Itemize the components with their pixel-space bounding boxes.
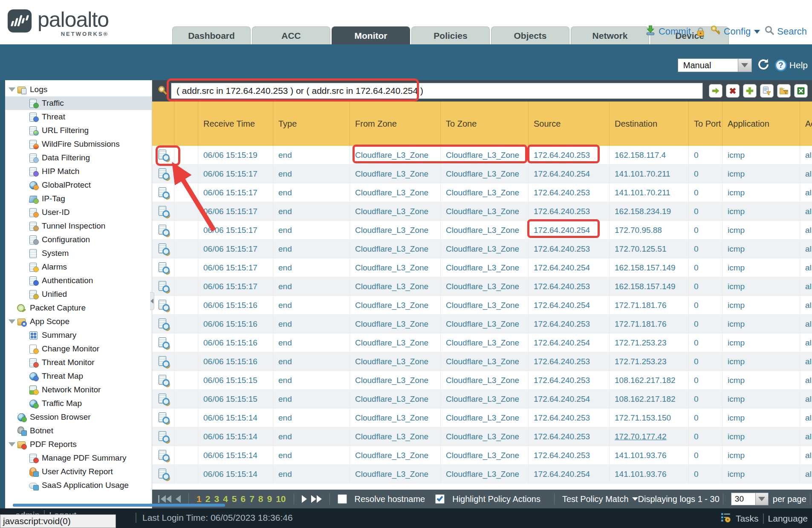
expander-icon[interactable] (9, 87, 15, 92)
column-header-from_zone[interactable]: From Zone (350, 102, 441, 146)
cell-to_port[interactable]: 0 (689, 165, 722, 183)
cell-source[interactable]: 172.64.240.254 (529, 334, 610, 352)
cell-source[interactable]: 172.64.240.253 (529, 371, 610, 389)
cell-to_port[interactable]: 0 (689, 146, 722, 164)
cell-action[interactable]: allow (800, 446, 812, 464)
cell-action[interactable]: allow (800, 334, 812, 352)
page-number-10[interactable]: 10 (276, 494, 286, 504)
sidebar-item-tunnel-inspection[interactable]: Tunnel Inspection (5, 219, 152, 233)
cell-destination[interactable]: 108.162.217.182 (610, 390, 689, 408)
cell-type[interactable]: end (273, 352, 350, 371)
page-number-6[interactable]: 6 (240, 494, 246, 504)
page-number-7[interactable]: 7 (249, 494, 254, 504)
cell-to_zone[interactable]: Cloudflare_L3_Zone (441, 183, 529, 202)
cell-action[interactable]: allow (800, 371, 812, 389)
cell-application[interactable]: icmp (722, 352, 800, 371)
cell-action[interactable]: allow (800, 146, 812, 164)
cell-to_zone[interactable]: Cloudflare_L3_Zone (441, 277, 529, 296)
sidebar-item-pdf-reports[interactable]: PDF Reports (5, 438, 152, 451)
sidebar-item-change-monitor[interactable]: Change Monitor (5, 342, 152, 356)
cell-application[interactable]: icmp (722, 296, 800, 314)
column-header-receive_time[interactable]: Receive Time (198, 102, 273, 146)
cell-to_port[interactable]: 0 (689, 409, 722, 427)
cell-to_port[interactable]: 0 (689, 446, 722, 464)
cell-application[interactable]: icmp (722, 183, 800, 202)
refresh-button[interactable] (757, 58, 770, 73)
cell-receive_time[interactable]: 06/06 15:15:19 (198, 146, 273, 164)
cell-receive_time[interactable]: 06/06 15:15:17 (198, 240, 273, 258)
log-detail-icon[interactable] (158, 168, 168, 180)
cell-to_port[interactable]: 0 (689, 258, 722, 277)
cell-type[interactable]: end (273, 296, 350, 314)
column-header-destination[interactable]: Destination (610, 102, 689, 146)
page-number-9[interactable]: 9 (267, 494, 272, 504)
cell-application[interactable]: icmp (722, 465, 800, 483)
tab-acc[interactable]: ACC (252, 26, 330, 44)
cell-from_zone[interactable]: Cloudflare_L3_Zone (350, 277, 441, 296)
cell-receive_time[interactable]: 06/06 15:15:17 (198, 202, 273, 220)
next-page-button[interactable] (302, 495, 307, 503)
cell-application[interactable]: icmp (722, 446, 800, 464)
config-button[interactable]: Config (710, 25, 760, 38)
column-header-source[interactable]: Source (529, 102, 610, 146)
column-header-to_zone[interactable]: To Zone (441, 102, 529, 146)
tab-dashboard[interactable]: Dashboard (172, 26, 251, 44)
cell-to_port[interactable]: 0 (689, 315, 722, 333)
cell-application[interactable]: icmp (722, 409, 800, 427)
tab-monitor[interactable]: Monitor (332, 26, 410, 44)
cell-action[interactable]: allow (800, 390, 812, 408)
sidebar-item-logs[interactable]: Logs (5, 83, 152, 96)
filter-builder-button[interactable] (760, 84, 774, 98)
sidebar-item-globalprotect[interactable]: GlobalProtect (5, 178, 152, 192)
cell-to_port[interactable]: 0 (689, 277, 722, 296)
cell-from_zone[interactable]: Cloudflare_L3_Zone (350, 390, 441, 408)
sidebar-item-wildfire-submissions[interactable]: WildFire Submissions (5, 137, 152, 151)
cell-receive_time[interactable]: 06/06 15:15:17 (198, 277, 273, 296)
cell-from_zone[interactable]: Cloudflare_L3_Zone (350, 240, 441, 258)
cell-from_zone[interactable]: Cloudflare_L3_Zone (350, 427, 441, 446)
column-header-action[interactable]: Action (800, 102, 812, 146)
log-detail-icon[interactable] (158, 206, 168, 217)
cell-application[interactable]: icmp (722, 221, 800, 239)
cell-from_zone[interactable]: Cloudflare_L3_Zone (350, 202, 441, 220)
sidebar-item-authentication[interactable]: Authentication (5, 274, 152, 287)
cell-destination[interactable]: 172.70.95.88 (610, 221, 689, 239)
cell-from_zone[interactable]: Cloudflare_L3_Zone (350, 446, 441, 464)
log-detail-icon[interactable] (158, 431, 168, 442)
cell-destination[interactable]: 172.71.253.23 (610, 352, 689, 371)
cell-destination[interactable]: 172.70.125.51 (610, 240, 689, 258)
cell-from_zone[interactable]: Cloudflare_L3_Zone (350, 371, 441, 389)
cell-to_zone[interactable]: Cloudflare_L3_Zone (441, 202, 529, 220)
sidebar-item-threat-map[interactable]: Threat Map (5, 369, 152, 383)
cell-to_zone[interactable]: Cloudflare_L3_Zone (441, 146, 529, 164)
cell-action[interactable]: allow (800, 240, 812, 258)
sidebar-item-url-filtering[interactable]: URL Filtering (5, 124, 152, 137)
cell-to_zone[interactable]: Cloudflare_L3_Zone (441, 315, 529, 333)
cell-to_port[interactable]: 0 (689, 390, 722, 408)
add-filter-button[interactable] (743, 84, 757, 98)
cell-to_zone[interactable]: Cloudflare_L3_Zone (441, 258, 529, 277)
sidebar-item-botnet[interactable]: Botnet (5, 424, 152, 438)
sidebar-item-alarms[interactable]: Alarms (5, 260, 152, 274)
log-detail-icon[interactable] (158, 319, 168, 330)
cell-source[interactable]: 172.64.240.254 (529, 221, 610, 239)
clear-filter-button[interactable] (726, 84, 740, 98)
expander-icon[interactable] (9, 319, 15, 324)
cell-type[interactable]: end (273, 427, 350, 446)
cell-to_zone[interactable]: Cloudflare_L3_Zone (441, 334, 529, 352)
cell-source[interactable]: 172.64.240.253 (529, 352, 610, 371)
commit-button[interactable]: Commit (645, 25, 691, 38)
page-number-4[interactable]: 4 (223, 494, 228, 504)
per-page-dropdown-button[interactable] (756, 493, 769, 505)
cell-to_port[interactable]: 0 (689, 240, 722, 258)
cell-source[interactable]: 172.64.240.254 (529, 390, 610, 408)
cell-application[interactable]: icmp (722, 390, 800, 408)
language-link[interactable]: Language (768, 513, 808, 524)
cell-receive_time[interactable]: 06/06 15:15:14 (198, 427, 273, 446)
cell-application[interactable]: icmp (722, 146, 800, 164)
page-number-3[interactable]: 3 (214, 494, 219, 504)
cell-action[interactable]: allow (800, 277, 812, 296)
cell-from_zone[interactable]: Cloudflare_L3_Zone (350, 465, 441, 483)
cell-receive_time[interactable]: 06/06 15:15:17 (198, 183, 273, 202)
sidebar-item-configuration[interactable]: Configuration (5, 233, 152, 247)
